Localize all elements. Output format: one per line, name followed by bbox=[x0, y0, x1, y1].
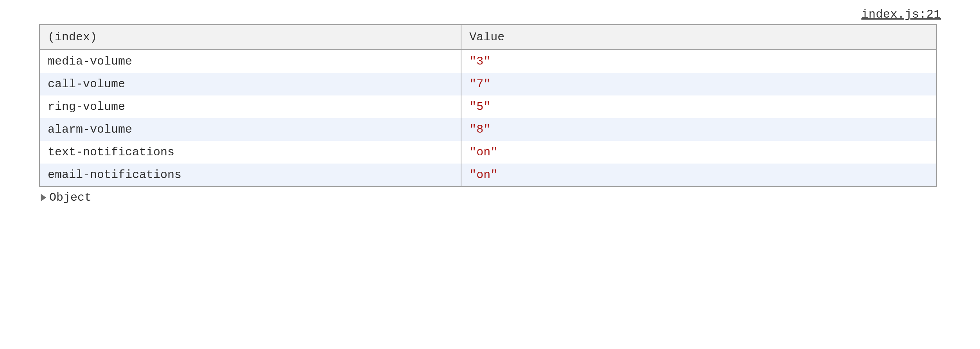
row-key: alarm-volume bbox=[39, 118, 461, 141]
source-link-row: index.js:21 bbox=[23, 8, 957, 24]
table-row: text-notifications "on" bbox=[39, 141, 937, 164]
row-value: "on" bbox=[461, 141, 937, 164]
object-expand-row[interactable]: Object bbox=[39, 187, 957, 204]
row-key: call-volume bbox=[39, 73, 461, 95]
object-label: Object bbox=[49, 191, 92, 204]
column-header-index[interactable]: (index) bbox=[39, 25, 461, 50]
table-row: media-volume "3" bbox=[39, 50, 937, 73]
console-table: (index) Value media-volume "3" call-volu… bbox=[39, 24, 937, 187]
string-value: "on" bbox=[469, 168, 497, 182]
row-key: email-notifications bbox=[39, 164, 461, 187]
row-value: "8" bbox=[461, 118, 937, 141]
string-value: "8" bbox=[469, 123, 490, 136]
string-value: "3" bbox=[469, 55, 490, 68]
row-value: "7" bbox=[461, 73, 937, 95]
table-row: ring-volume "5" bbox=[39, 95, 937, 118]
console-output-container: index.js:21 (index) Value media-volume "… bbox=[23, 8, 957, 204]
row-value: "on" bbox=[461, 164, 937, 187]
row-key: text-notifications bbox=[39, 141, 461, 164]
row-value: "5" bbox=[461, 95, 937, 118]
table-header-row: (index) Value bbox=[39, 25, 937, 50]
row-key: media-volume bbox=[39, 50, 461, 73]
source-link[interactable]: index.js:21 bbox=[861, 8, 941, 21]
table-row: call-volume "7" bbox=[39, 73, 937, 95]
string-value: "7" bbox=[469, 77, 490, 91]
table-row: alarm-volume "8" bbox=[39, 118, 937, 141]
column-header-value[interactable]: Value bbox=[461, 25, 937, 50]
row-value: "3" bbox=[461, 50, 937, 73]
string-value: "on" bbox=[469, 146, 497, 159]
string-value: "5" bbox=[469, 100, 490, 113]
table-row: email-notifications "on" bbox=[39, 164, 937, 187]
disclosure-triangle-icon bbox=[41, 194, 46, 201]
row-key: ring-volume bbox=[39, 95, 461, 118]
